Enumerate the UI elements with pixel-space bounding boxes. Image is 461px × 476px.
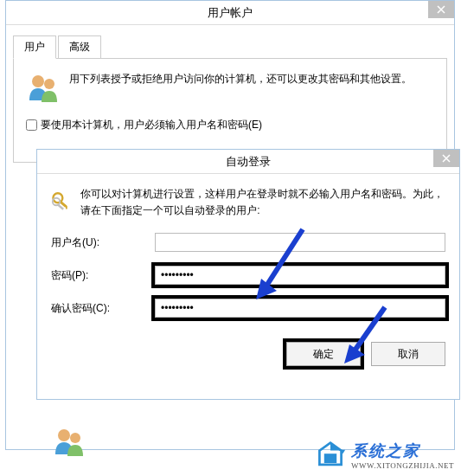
partial-people-icon — [52, 425, 86, 462]
cancel-button[interactable]: 取消 — [371, 342, 445, 366]
svg-point-8 — [70, 433, 80, 443]
require-password-checkbox[interactable] — [26, 119, 37, 131]
watermark-cn: 系统之家 — [351, 441, 454, 461]
tab-content: 用下列表授予或拒绝用户访问你的计算机，还可以更改其密码和其他设置。 要使用本计算… — [13, 59, 447, 163]
watermark-en: WWW.XITONGZHIJIA.NET — [351, 461, 454, 470]
require-password-checkbox-row[interactable]: 要使用本计算机，用户必须输入用户名和密码(E) — [26, 118, 434, 132]
svg-rect-9 — [324, 453, 336, 463]
titlebar: 自动登录 — [37, 150, 459, 174]
svg-rect-4 — [66, 206, 67, 209]
username-input[interactable] — [155, 233, 445, 252]
username-label: 用户名(U): — [51, 235, 155, 250]
close-icon — [437, 5, 445, 14]
window-title: 用户帐户 — [208, 5, 253, 21]
svg-point-7 — [58, 429, 70, 441]
window-body: 你可以对计算机进行设置，这样用户在登录时就不必输入用户名和密码。为此，请在下面指… — [37, 174, 459, 378]
watermark-logo-icon — [315, 440, 346, 471]
password-label: 密码(P): — [51, 268, 155, 283]
window-title: 自动登录 — [226, 154, 271, 170]
watermark: 系统之家 WWW.XITONGZHIJIA.NET — [315, 440, 454, 471]
window-body: 用户 高级 用下列表授予或拒绝用户访问你的计算机，还可以更改其密码和其他设置。 … — [6, 25, 454, 170]
svg-point-0 — [32, 75, 44, 87]
people-icon — [26, 71, 61, 106]
info-text: 用下列表授予或拒绝用户访问你的计算机，还可以更改其密码和其他设置。 — [69, 71, 412, 87]
ok-button[interactable]: 确定 — [286, 342, 361, 366]
close-button[interactable] — [433, 150, 459, 167]
info-text: 你可以对计算机进行设置，这样用户在登录时就不必输入用户名和密码。为此，请在下面指… — [80, 186, 445, 219]
key-icon — [51, 186, 72, 217]
svg-point-1 — [44, 79, 54, 89]
tab-advanced[interactable]: 高级 — [58, 35, 101, 58]
tab-user[interactable]: 用户 — [13, 35, 56, 59]
close-button[interactable] — [428, 1, 454, 18]
titlebar: 用户帐户 — [6, 1, 454, 25]
confirm-password-input[interactable] — [155, 299, 445, 318]
tab-strip: 用户 高级 — [13, 35, 447, 59]
checkbox-label: 要使用本计算机，用户必须输入用户名和密码(E) — [41, 118, 262, 132]
confirm-password-label: 确认密码(C): — [51, 301, 155, 316]
close-icon — [442, 154, 451, 163]
auto-login-window: 自动登录 你可以对计算机进行设置，这样用户在登录时就不必输入用户名和密码。为此，… — [36, 149, 460, 400]
password-input[interactable] — [155, 266, 445, 285]
